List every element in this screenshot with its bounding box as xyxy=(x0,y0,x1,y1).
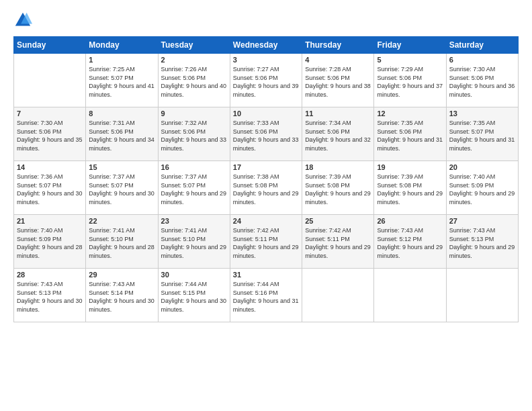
calendar-cell: 3Sunrise: 7:27 AMSunset: 5:06 PMDaylight… xyxy=(230,54,302,107)
weekday-header-thursday: Thursday xyxy=(302,37,374,54)
calendar-cell: 2Sunrise: 7:26 AMSunset: 5:06 PMDaylight… xyxy=(158,54,230,107)
weekday-header-monday: Monday xyxy=(86,37,158,54)
calendar-week-1: 1Sunrise: 7:25 AMSunset: 5:07 PMDaylight… xyxy=(14,54,519,107)
day-info: Sunrise: 7:32 AMSunset: 5:06 PMDaylight:… xyxy=(161,119,227,152)
day-number: 25 xyxy=(305,217,371,225)
calendar-cell: 14Sunrise: 7:36 AMSunset: 5:07 PMDayligh… xyxy=(14,161,86,215)
calendar-cell: 9Sunrise: 7:32 AMSunset: 5:06 PMDaylight… xyxy=(158,107,230,161)
calendar-cell: 26Sunrise: 7:43 AMSunset: 5:12 PMDayligh… xyxy=(374,215,446,269)
day-info: Sunrise: 7:41 AMSunset: 5:10 PMDaylight:… xyxy=(89,226,154,260)
calendar-cell: 11Sunrise: 7:34 AMSunset: 5:06 PMDayligh… xyxy=(302,107,374,161)
calendar-cell: 10Sunrise: 7:33 AMSunset: 5:06 PMDayligh… xyxy=(230,107,302,161)
day-number: 16 xyxy=(161,163,227,171)
weekday-header-saturday: Saturday xyxy=(446,37,518,54)
day-info: Sunrise: 7:41 AMSunset: 5:10 PMDaylight:… xyxy=(161,226,227,260)
day-number: 23 xyxy=(161,217,227,225)
day-number: 5 xyxy=(377,56,443,64)
day-number: 28 xyxy=(17,271,83,279)
day-info: Sunrise: 7:42 AMSunset: 5:11 PMDaylight:… xyxy=(305,226,371,260)
day-info: Sunrise: 7:42 AMSunset: 5:11 PMDaylight:… xyxy=(233,226,299,260)
day-info: Sunrise: 7:29 AMSunset: 5:06 PMDaylight:… xyxy=(377,65,443,99)
calendar-cell: 8Sunrise: 7:31 AMSunset: 5:06 PMDaylight… xyxy=(86,107,158,161)
logo-icon xyxy=(13,11,32,30)
calendar-cell: 13Sunrise: 7:35 AMSunset: 5:07 PMDayligh… xyxy=(446,107,518,161)
calendar-cell: 23Sunrise: 7:41 AMSunset: 5:10 PMDayligh… xyxy=(158,215,230,269)
weekday-header-friday: Friday xyxy=(374,37,446,54)
calendar-cell: 17Sunrise: 7:38 AMSunset: 5:08 PMDayligh… xyxy=(230,161,302,215)
calendar-cell: 25Sunrise: 7:42 AMSunset: 5:11 PMDayligh… xyxy=(302,215,374,269)
weekday-header-tuesday: Tuesday xyxy=(158,37,230,54)
day-number: 18 xyxy=(305,163,371,171)
weekday-header-sunday: Sunday xyxy=(14,37,86,54)
day-info: Sunrise: 7:39 AMSunset: 5:08 PMDaylight:… xyxy=(377,173,443,206)
calendar-cell xyxy=(374,269,446,322)
day-number: 22 xyxy=(89,217,154,225)
calendar-table: SundayMondayTuesdayWednesdayThursdayFrid… xyxy=(13,36,519,322)
day-info: Sunrise: 7:44 AMSunset: 5:15 PMDaylight:… xyxy=(161,280,227,314)
day-number: 15 xyxy=(89,163,154,171)
day-info: Sunrise: 7:39 AMSunset: 5:08 PMDaylight:… xyxy=(305,173,371,206)
day-info: Sunrise: 7:30 AMSunset: 5:06 PMDaylight:… xyxy=(449,65,515,99)
day-info: Sunrise: 7:40 AMSunset: 5:09 PMDaylight:… xyxy=(449,173,515,206)
day-number: 29 xyxy=(89,271,154,279)
calendar-week-3: 14Sunrise: 7:36 AMSunset: 5:07 PMDayligh… xyxy=(14,161,519,215)
calendar-cell: 19Sunrise: 7:39 AMSunset: 5:08 PMDayligh… xyxy=(374,161,446,215)
day-info: Sunrise: 7:35 AMSunset: 5:07 PMDaylight:… xyxy=(449,119,515,152)
day-number: 6 xyxy=(449,56,515,64)
day-number: 9 xyxy=(161,109,227,118)
header xyxy=(13,11,519,30)
day-number: 17 xyxy=(233,163,299,171)
day-number: 4 xyxy=(305,56,371,64)
day-number: 21 xyxy=(17,217,83,225)
day-info: Sunrise: 7:38 AMSunset: 5:08 PMDaylight:… xyxy=(233,173,299,206)
day-info: Sunrise: 7:43 AMSunset: 5:13 PMDaylight:… xyxy=(449,226,515,260)
day-info: Sunrise: 7:26 AMSunset: 5:06 PMDaylight:… xyxy=(161,65,227,99)
day-number: 12 xyxy=(377,109,443,118)
calendar-cell: 15Sunrise: 7:37 AMSunset: 5:07 PMDayligh… xyxy=(86,161,158,215)
day-number: 2 xyxy=(161,56,227,64)
day-number: 8 xyxy=(89,109,154,118)
day-info: Sunrise: 7:33 AMSunset: 5:06 PMDaylight:… xyxy=(233,119,299,152)
calendar-cell xyxy=(302,269,374,322)
day-info: Sunrise: 7:40 AMSunset: 5:09 PMDaylight:… xyxy=(17,226,83,260)
day-info: Sunrise: 7:43 AMSunset: 5:14 PMDaylight:… xyxy=(89,280,154,314)
day-number: 31 xyxy=(233,271,299,279)
day-info: Sunrise: 7:37 AMSunset: 5:07 PMDaylight:… xyxy=(161,173,227,206)
calendar-cell: 31Sunrise: 7:44 AMSunset: 5:16 PMDayligh… xyxy=(230,269,302,322)
day-number: 7 xyxy=(17,109,83,118)
calendar-cell xyxy=(446,269,518,322)
calendar-cell: 4Sunrise: 7:28 AMSunset: 5:06 PMDaylight… xyxy=(302,54,374,107)
calendar-cell: 6Sunrise: 7:30 AMSunset: 5:06 PMDaylight… xyxy=(446,54,518,107)
weekday-header-wednesday: Wednesday xyxy=(230,37,302,54)
calendar-cell: 7Sunrise: 7:30 AMSunset: 5:06 PMDaylight… xyxy=(14,107,86,161)
day-info: Sunrise: 7:30 AMSunset: 5:06 PMDaylight:… xyxy=(17,119,83,152)
day-number: 27 xyxy=(449,217,515,225)
day-info: Sunrise: 7:31 AMSunset: 5:06 PMDaylight:… xyxy=(89,119,154,152)
day-number: 3 xyxy=(233,56,299,64)
calendar-cell: 28Sunrise: 7:43 AMSunset: 5:13 PMDayligh… xyxy=(14,269,86,322)
day-info: Sunrise: 7:37 AMSunset: 5:07 PMDaylight:… xyxy=(89,173,154,206)
calendar-cell: 16Sunrise: 7:37 AMSunset: 5:07 PMDayligh… xyxy=(158,161,230,215)
day-number: 14 xyxy=(17,163,83,171)
day-number: 10 xyxy=(233,109,299,118)
day-number: 30 xyxy=(161,271,227,279)
day-info: Sunrise: 7:44 AMSunset: 5:16 PMDaylight:… xyxy=(233,280,299,314)
day-info: Sunrise: 7:27 AMSunset: 5:06 PMDaylight:… xyxy=(233,65,299,99)
day-number: 1 xyxy=(89,56,154,64)
day-number: 24 xyxy=(233,217,299,225)
weekday-header-row: SundayMondayTuesdayWednesdayThursdayFrid… xyxy=(14,37,519,54)
day-info: Sunrise: 7:25 AMSunset: 5:07 PMDaylight:… xyxy=(89,65,154,99)
calendar-cell: 30Sunrise: 7:44 AMSunset: 5:15 PMDayligh… xyxy=(158,269,230,322)
day-info: Sunrise: 7:36 AMSunset: 5:07 PMDaylight:… xyxy=(17,173,83,206)
calendar-cell: 1Sunrise: 7:25 AMSunset: 5:07 PMDaylight… xyxy=(86,54,158,107)
day-info: Sunrise: 7:43 AMSunset: 5:13 PMDaylight:… xyxy=(17,280,83,314)
day-info: Sunrise: 7:43 AMSunset: 5:12 PMDaylight:… xyxy=(377,226,443,260)
calendar-cell: 18Sunrise: 7:39 AMSunset: 5:08 PMDayligh… xyxy=(302,161,374,215)
calendar-cell xyxy=(14,54,86,107)
calendar-cell: 20Sunrise: 7:40 AMSunset: 5:09 PMDayligh… xyxy=(446,161,518,215)
calendar-cell: 12Sunrise: 7:35 AMSunset: 5:06 PMDayligh… xyxy=(374,107,446,161)
logo xyxy=(13,11,35,30)
day-info: Sunrise: 7:28 AMSunset: 5:06 PMDaylight:… xyxy=(305,65,371,99)
calendar-week-5: 28Sunrise: 7:43 AMSunset: 5:13 PMDayligh… xyxy=(14,269,519,322)
calendar-week-2: 7Sunrise: 7:30 AMSunset: 5:06 PMDaylight… xyxy=(14,107,519,161)
